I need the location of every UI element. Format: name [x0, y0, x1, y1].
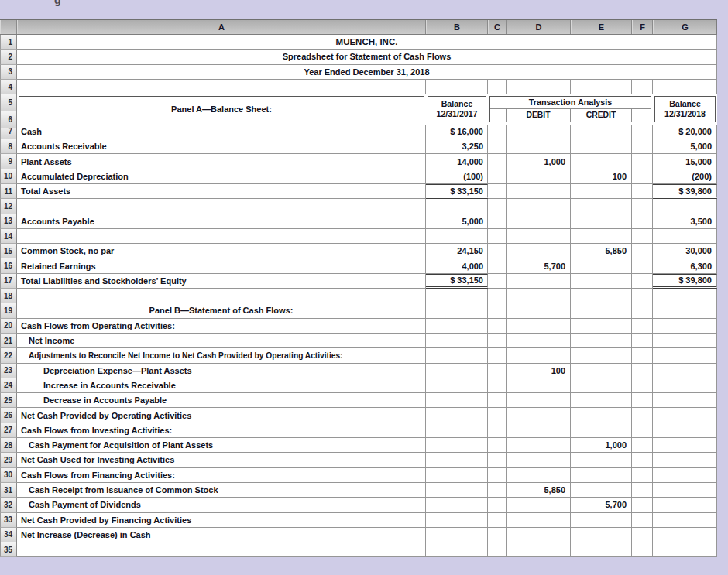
cell-c[interactable]: [488, 229, 507, 244]
cell-g[interactable]: [653, 289, 717, 303]
debit-header-cell[interactable]: DEBIT: [507, 109, 571, 122]
row-number[interactable]: 17: [0, 274, 17, 289]
cell-f[interactable]: [632, 378, 653, 393]
cell-d[interactable]: [507, 498, 571, 512]
cell-a[interactable]: Accounts Receivable: [17, 139, 426, 154]
cell-g[interactable]: 30,000: [653, 244, 717, 258]
row-number[interactable]: 33: [0, 513, 17, 528]
cell-b[interactable]: 3,250: [426, 139, 488, 154]
row-number[interactable]: 12: [0, 199, 17, 214]
cell-e[interactable]: [571, 289, 632, 303]
cell-e[interactable]: [571, 80, 632, 94]
cell-g[interactable]: $ 20,000: [653, 125, 717, 139]
cell-d[interactable]: [507, 393, 571, 408]
cell-f[interactable]: [632, 498, 653, 512]
cell-d[interactable]: [507, 438, 571, 453]
cell-a[interactable]: Net Income: [17, 334, 426, 348]
cell-g[interactable]: $ 39,800: [653, 184, 717, 199]
row-number[interactable]: 28: [0, 438, 17, 453]
cell-e[interactable]: [571, 319, 632, 334]
row-number[interactable]: 32: [0, 498, 17, 512]
cell-g[interactable]: [653, 483, 717, 498]
cell-b[interactable]: [426, 289, 488, 303]
cell-e[interactable]: [571, 393, 632, 408]
cell-b[interactable]: [426, 303, 488, 318]
cell-c[interactable]: [488, 258, 507, 273]
cell-b[interactable]: [426, 229, 488, 244]
cell-c[interactable]: [488, 438, 507, 453]
cell-f[interactable]: [632, 154, 653, 169]
cell-f[interactable]: [632, 303, 653, 318]
cell-f[interactable]: [632, 199, 653, 214]
cell-g[interactable]: [653, 513, 717, 528]
cell-b[interactable]: 5,000: [426, 214, 488, 229]
cell-c[interactable]: [488, 453, 507, 467]
row-number[interactable]: 1: [0, 35, 17, 50]
cell-c[interactable]: [488, 289, 507, 303]
cell-b[interactable]: [426, 528, 488, 542]
cell-b[interactable]: [426, 80, 488, 94]
cell-f[interactable]: [632, 453, 653, 467]
cell-c[interactable]: [488, 528, 507, 542]
cell-b[interactable]: $ 33,150: [426, 184, 488, 199]
cell-e[interactable]: [571, 184, 632, 199]
cell-g[interactable]: [653, 438, 717, 453]
cell-g[interactable]: [653, 364, 717, 378]
cell-a[interactable]: Cash: [17, 125, 426, 139]
cell-f[interactable]: [632, 229, 653, 244]
cell-b[interactable]: [426, 364, 488, 378]
cell-c[interactable]: [488, 334, 507, 348]
row-number[interactable]: 16: [0, 258, 17, 273]
balance-2018-header-cell[interactable]: Balance 12/31/2018: [654, 96, 716, 122]
cell-g[interactable]: 15,000: [653, 154, 717, 169]
column-header-f[interactable]: F: [632, 20, 653, 34]
cell-c[interactable]: [488, 199, 507, 214]
column-header-e[interactable]: E: [571, 20, 632, 34]
cell-a[interactable]: Cash Receipt from Issuance of Common Sto…: [17, 483, 426, 498]
cell-g[interactable]: 5,000: [653, 139, 717, 154]
cell-b[interactable]: [426, 319, 488, 334]
cell-d[interactable]: [507, 334, 571, 348]
cell-e[interactable]: [571, 199, 632, 214]
cell-e[interactable]: [571, 423, 632, 438]
row-number[interactable]: 27: [0, 423, 17, 438]
cell-d[interactable]: 5,700: [507, 258, 571, 273]
cell-c[interactable]: [488, 513, 507, 528]
cell-e[interactable]: [571, 229, 632, 244]
cell-a[interactable]: Cash Flows from Financing Activities:: [17, 468, 426, 483]
cell-e[interactable]: [571, 408, 632, 423]
cell-e[interactable]: [571, 453, 632, 467]
cell-d[interactable]: [507, 348, 571, 363]
row-number[interactable]: 20: [0, 319, 17, 334]
balance-2017-header-cell[interactable]: Balance 12/31/2017: [428, 96, 486, 122]
cell-d[interactable]: [507, 184, 571, 199]
cell-e[interactable]: [571, 513, 632, 528]
cell-g[interactable]: 3,500: [653, 214, 717, 229]
cell-d[interactable]: [507, 139, 571, 154]
cell-d[interactable]: [507, 542, 571, 557]
cell-a[interactable]: [17, 229, 426, 244]
panel-a-title-cell[interactable]: Panel A—Balance Sheet:: [19, 96, 424, 122]
cell-b[interactable]: [426, 438, 488, 453]
cell-d[interactable]: 1,000: [507, 154, 571, 169]
cell-f[interactable]: [632, 528, 653, 542]
cell-f[interactable]: [632, 438, 653, 453]
cell-b[interactable]: $ 33,150: [426, 274, 488, 289]
cell-c[interactable]: [488, 319, 507, 334]
cell-a[interactable]: Cash Payment of Dividends: [17, 498, 426, 512]
title-cell[interactable]: MUENCH, INC.: [17, 35, 717, 50]
cell-d[interactable]: [507, 513, 571, 528]
cell-b[interactable]: [426, 378, 488, 393]
cell-b[interactable]: [426, 334, 488, 348]
cell-c[interactable]: [488, 393, 507, 408]
cell-g[interactable]: [653, 528, 717, 542]
cell-a[interactable]: Net Increase (Decrease) in Cash: [17, 528, 426, 542]
cell-a[interactable]: Plant Assets: [17, 154, 426, 169]
row-number[interactable]: 23: [0, 364, 17, 378]
cell-b[interactable]: [426, 513, 488, 528]
cell-a[interactable]: Net Cash Provided by Operating Activitie…: [17, 408, 426, 423]
credit-header-cell[interactable]: CREDIT: [571, 109, 632, 122]
column-header-a[interactable]: A: [17, 20, 426, 34]
cell-d[interactable]: [507, 303, 571, 318]
cell-g[interactable]: [653, 408, 717, 423]
